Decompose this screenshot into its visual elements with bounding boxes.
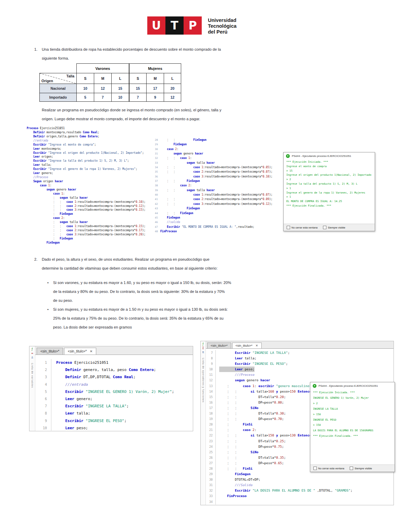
console-title: PSeInt - Ejecutando proceso EJERCICIO251… (292, 154, 351, 158)
pseint-console-window-1: PSeInt - Ejecutando proceso EJERCICIO251… (283, 152, 375, 231)
console-title-bar: PSeInt - Ejecutando proceso EJERCICIO251… (284, 152, 375, 159)
table-group-varones: Varones (76, 63, 129, 73)
tab-sin-titulo-2[interactable]: <sin_titulo>* ✕ (64, 348, 96, 355)
utp-logo-squares: U T P (147, 16, 202, 35)
pseudocode-listing-left: Proceso Ejercicio251051 Definir montocom… (27, 126, 146, 245)
code-editor-area[interactable]: 1Proceso Ejercicio2510512 Definir genero… (35, 355, 192, 431)
table-diagonal-cell: Talla Origen (39, 73, 76, 84)
problem2-bullets: • Si son varones, y su estatura es mayor… (47, 278, 231, 332)
size-header: L (111, 73, 129, 84)
checkbox-icon[interactable] (323, 226, 326, 229)
side-panel-strip: ƒ≡± Lista de variables (29, 346, 35, 431)
discount-table: Varones Mujeres Talla Origen S M L S M L… (39, 63, 181, 102)
size-header: L (164, 73, 181, 84)
checkbox-icon[interactable] (287, 226, 290, 229)
table-cell: 17 (146, 84, 164, 93)
checkbox-icon[interactable] (313, 467, 317, 470)
table-diag-talla: Talla (66, 74, 74, 78)
problem1-note: Realizar un programa en pseudocódigo don… (42, 106, 221, 123)
table-cell: 10 (76, 84, 94, 93)
side-panel-strip: ƒΣπ Lista de operadores y funciones (201, 341, 206, 505)
table-group-mujeres: Mujeres (129, 63, 181, 73)
tab-sin-titulo-1[interactable]: <sin_titulo>* (37, 348, 63, 355)
tab-sin-titulo-2[interactable]: <sin_titulo>* ✕ (232, 343, 262, 348)
bullet-dot: • (47, 305, 53, 332)
table-cell: 15 (111, 84, 129, 93)
play-icon (286, 154, 290, 158)
console-footer: No cerrar esta ventana Siempre visible (284, 224, 375, 231)
table-empty-corner (39, 63, 76, 73)
console-title-bar: PSeInt - Ejecutando proceso EJERCICIO251… (310, 382, 395, 389)
panel-icons[interactable]: ƒΣπ (202, 343, 204, 354)
checkbox-no-cerrar[interactable]: No cerrar esta ventana (287, 226, 317, 229)
checkbox-no-cerrar[interactable]: No cerrar esta ventana (313, 467, 344, 470)
table-cell: 12 (94, 84, 111, 93)
side-panel-label[interactable]: Lista de operadores y funciones (202, 358, 204, 403)
document-page: U T P Universidad Tecnológica del Perú 1… (0, 0, 411, 532)
bullet-item-mujeres: • Si son mujeres, y su estatura es mayor… (47, 305, 231, 332)
table-cell: 7 (129, 93, 146, 102)
table-cell: 7 (94, 93, 111, 102)
logo-letter-t: T (165, 16, 184, 35)
pseint-editor-window-left: ƒ≡± Lista de variables <sin_titulo>* <si… (29, 346, 193, 431)
table-diag-origen: Origen (41, 79, 53, 83)
problem1-paragraph: 1. Una tienda distribuidora de ropa ha e… (34, 45, 221, 63)
table-cell: 9 (146, 93, 164, 102)
row-label-nacional: Nacional (39, 84, 76, 93)
editor-tab-bar: <sin_titulo>* <sin_titulo>* ✕ (206, 341, 394, 349)
console-output: *** Ejecución Iniciada. ***Ingrese el mo… (284, 159, 375, 209)
tab-close-icon[interactable]: ✕ (256, 344, 258, 347)
checkbox-icon[interactable] (350, 467, 353, 470)
tab-close-icon[interactable]: ✕ (90, 349, 92, 353)
size-header: S (129, 73, 146, 84)
side-panel-label[interactable]: Lista de variables (31, 363, 34, 388)
console-output: *** Ejecución Iniciada. ***INGRESE EL GE… (310, 389, 395, 440)
size-header: M (146, 73, 164, 84)
size-header: S (76, 73, 94, 84)
problem2-number: 2. (34, 255, 42, 273)
problem1-number: 1. (34, 45, 42, 63)
table-cell: 10 (111, 93, 129, 102)
problem2-paragraph: 2. Dado el peso, la altura y el sexo, de… (34, 255, 217, 273)
logo-letter-u: U (147, 16, 165, 35)
table-cell: 12 (164, 93, 181, 102)
checkbox-siempre-visible[interactable]: Siempre visible (323, 226, 345, 229)
bullet-item-varones: • Si son varones, y su estatura es mayor… (47, 278, 231, 305)
table-cell: 5 (76, 93, 94, 102)
logo-letter-p: P (184, 16, 202, 35)
row-label-importado: Importado (39, 93, 76, 102)
panel-icons[interactable]: ƒ≡± (31, 348, 34, 359)
play-icon (313, 384, 316, 388)
table-cell: 20 (164, 84, 181, 93)
console-title: PSeInt - Ejecutando proceso EJERCICIO251… (319, 384, 378, 387)
editor-tab-bar: <sin_titulo>* <sin_titulo>* ✕ (35, 346, 193, 355)
university-name: Universidad Tecnológica del Perú (208, 16, 237, 35)
pseint-console-window-2: PSeInt - Ejecutando proceso EJERCICIO251… (310, 382, 395, 472)
tab-sin-titulo-1[interactable]: <sin_titulo>* (207, 343, 231, 348)
checkbox-siempre-visible[interactable]: Siempre visible (350, 467, 372, 470)
pseudocode-listing-middle: 28 ¦ ¦ FinSegun29 FinSegun30 caso 2:31 s… (153, 138, 273, 234)
table-cell: 15 (129, 84, 146, 93)
bullet-dot: • (47, 278, 53, 305)
utp-logo: U T P Universidad Tecnológica del Perú (147, 16, 237, 35)
console-footer: No cerrar esta ventana Siempre visible (310, 465, 395, 472)
size-header: M (94, 73, 111, 84)
